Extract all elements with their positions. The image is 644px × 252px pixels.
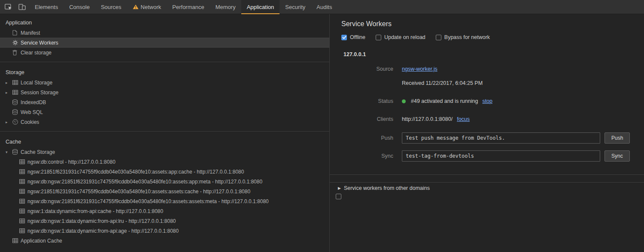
- tab-label: Sources: [101, 4, 122, 10]
- cache-entry-label: ngsw:db:ngsw:21851f6231931c74755f9cddb04…: [27, 179, 262, 185]
- database-icon: [12, 109, 21, 115]
- table-icon: [19, 219, 27, 223]
- chevron-right-icon[interactable]: ▸: [6, 81, 12, 85]
- table-icon: [12, 238, 21, 243]
- sidebar-section-application: Application Manifest: [0, 17, 329, 62]
- manifest-icon: [12, 30, 21, 36]
- push-button[interactable]: Push: [605, 132, 630, 144]
- cache-entry[interactable]: ngsw:db:control - http://127.0.0.1:8080: [0, 157, 329, 167]
- device-toolbar-icon[interactable]: [17, 2, 27, 12]
- table-icon: [19, 209, 27, 213]
- tab-network[interactable]: Network: [127, 0, 167, 14]
- sidebar-item-cookies[interactable]: ▸ Cookies: [0, 117, 329, 127]
- sidebar-item-label: Session Storage: [21, 90, 58, 96]
- tab-security[interactable]: Security: [279, 0, 311, 14]
- sidebar-item-service-workers[interactable]: Service Workers: [0, 38, 329, 48]
- bypass-for-network-checkbox[interactable]: [436, 35, 441, 40]
- offline-checkbox-group[interactable]: Offline: [341, 34, 365, 40]
- sidebar-item-clear-storage[interactable]: Clear storage: [0, 48, 329, 57]
- cache-entry[interactable]: ngsw:db:ngsw:21851f6231931c74755f9cddb04…: [0, 177, 329, 186]
- sidebar-item-cache-storage[interactable]: ▾ Cache Storage: [0, 147, 329, 157]
- tab-sources[interactable]: Sources: [95, 0, 127, 14]
- section-title: Storage: [0, 66, 329, 78]
- cache-entry-label: ngsw:db:ngsw:1:data:dynamic:from-api:age…: [27, 228, 179, 234]
- table-icon: [19, 169, 27, 174]
- status-label: Status: [330, 98, 393, 104]
- cache-entry[interactable]: ngsw:db:ngsw:21851f6231931c74755f9cddb04…: [0, 196, 329, 206]
- tab-label: Audits: [316, 4, 332, 10]
- sync-button[interactable]: Sync: [605, 150, 630, 162]
- sidebar-item-local-storage[interactable]: ▸ Local Storage: [0, 78, 329, 87]
- sidebar-item-indexeddb[interactable]: IndexedDB: [0, 97, 329, 107]
- chevron-right-icon: ▶: [338, 186, 341, 190]
- tab-label: Application: [247, 4, 274, 10]
- sidebar-item-label: Web SQL: [21, 109, 43, 115]
- cache-entry[interactable]: ngsw:db:ngsw:1:data:dynamic:from-api:age…: [0, 226, 329, 236]
- status-dot-icon: [402, 99, 406, 103]
- section-title: Cache: [0, 136, 329, 147]
- focus-link[interactable]: focus: [457, 116, 470, 122]
- tab-console[interactable]: Console: [64, 0, 95, 14]
- tab-audits[interactable]: Audits: [311, 0, 337, 14]
- inspect-element-icon[interactable]: [3, 2, 13, 12]
- other-domains-checkbox[interactable]: [336, 194, 341, 199]
- stop-link[interactable]: stop: [482, 98, 492, 104]
- source-file-link[interactable]: ngsw-worker.js: [402, 66, 437, 72]
- sidebar-section-storage: Storage ▸ Local Storage ▸ Session Storag…: [0, 66, 329, 132]
- cookies-icon: [12, 119, 21, 125]
- tab-application[interactable]: Application: [241, 0, 280, 14]
- chevron-down-icon[interactable]: ▾: [6, 150, 12, 154]
- cache-entry-label: ngsw:db:ngsw:1:data:dynamic:from-api:lru…: [27, 218, 176, 224]
- service-worker-toolbar: Offline Update on reload Bypass for netw…: [330, 28, 644, 40]
- tab-label: Security: [285, 4, 305, 10]
- chevron-right-icon[interactable]: ▸: [6, 90, 12, 95]
- other-domains-toggle[interactable]: ▶ Service workers from other domains: [338, 185, 644, 191]
- push-payload-input[interactable]: [402, 132, 600, 144]
- received-timestamp: Received 11/22/2017, 6:04:25 PM: [402, 80, 483, 86]
- sidebar-item-session-storage[interactable]: ▸ Session Storage: [0, 87, 329, 97]
- sidebar-item-manifest[interactable]: Manifest: [0, 28, 329, 38]
- sync-row: Sync Sync: [330, 150, 644, 162]
- tab-label: Network: [141, 4, 161, 10]
- cache-entry[interactable]: ngsw:1:data:dynamic:from-api:cache - htt…: [0, 206, 329, 216]
- tab-elements[interactable]: Elements: [29, 0, 64, 14]
- client-url: http://127.0.0.1:8080/: [402, 116, 453, 122]
- sidebar-item-label: Application Cache: [21, 238, 62, 244]
- service-worker-card: 127.0.0.1 Source ngsw-worker.js Received…: [330, 51, 644, 162]
- database-icon: [12, 149, 21, 155]
- sidebar-item-label: Cookies: [21, 119, 39, 125]
- tab-label: Elements: [35, 4, 58, 10]
- cache-entry[interactable]: ngsw:db:ngsw:1:data:dynamic:from-api:lru…: [0, 216, 329, 226]
- update-on-reload-checkbox-group[interactable]: Update on reload: [376, 34, 425, 40]
- application-sidebar: Application Manifest: [0, 14, 330, 252]
- chevron-right-icon[interactable]: ▸: [6, 120, 12, 124]
- push-row: Push Push: [330, 132, 644, 144]
- table-icon: [19, 159, 27, 164]
- cache-entry-label: ngsw:db:ngsw:21851f6231931c74755f9cddb04…: [27, 198, 269, 204]
- cache-entry[interactable]: ngsw:21851f6231931c74755f9cddb04e030a548…: [0, 167, 329, 177]
- section-title: Application: [0, 17, 329, 28]
- table-icon: [12, 80, 21, 85]
- sidebar-item-label: Local Storage: [21, 80, 52, 86]
- tab-label: Performance: [172, 4, 204, 10]
- tab-memory[interactable]: Memory: [210, 0, 241, 14]
- offline-checkbox[interactable]: [341, 35, 347, 40]
- table-icon: [19, 179, 27, 184]
- sidebar-item-label: Manifest: [21, 30, 40, 36]
- database-icon: [12, 99, 21, 105]
- sidebar-item-label: Cache Storage: [21, 149, 55, 155]
- other-domains-label: Service workers from other domains: [344, 185, 430, 191]
- table-icon: [12, 90, 21, 95]
- sidebar-item-web-sql[interactable]: Web SQL: [0, 107, 329, 117]
- sidebar-item-application-cache[interactable]: Application Cache: [0, 236, 329, 246]
- sync-tag-input[interactable]: [402, 150, 600, 162]
- cache-entry-label: ngsw:21851f6231931c74755f9cddb04e030a548…: [27, 189, 250, 195]
- push-label: Push: [330, 135, 393, 141]
- tab-performance[interactable]: Performance: [167, 0, 210, 14]
- received-row: Received 11/22/2017, 6:04:25 PM: [330, 78, 644, 88]
- sidebar-item-label: IndexedDB: [21, 99, 46, 105]
- cache-entry-label: ngsw:21851f6231931c74755f9cddb04e030a548…: [27, 169, 244, 175]
- update-on-reload-checkbox[interactable]: [376, 35, 381, 40]
- cache-entry[interactable]: ngsw:21851f6231931c74755f9cddb04e030a548…: [0, 186, 329, 196]
- bypass-for-network-checkbox-group[interactable]: Bypass for network: [436, 34, 490, 40]
